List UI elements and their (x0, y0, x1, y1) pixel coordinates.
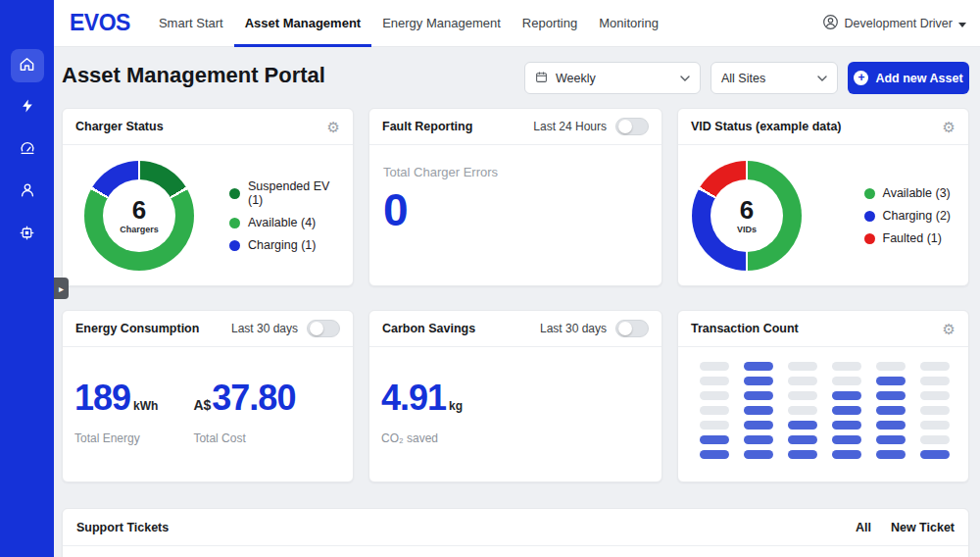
pill-active (876, 421, 906, 430)
sidebar-item-users[interactable] (11, 176, 44, 209)
pill-inactive (832, 377, 861, 385)
legend-dot (229, 240, 240, 251)
pill-active (744, 391, 773, 400)
transaction-count-chart (678, 347, 968, 459)
legend-item: Charging (1) (229, 238, 341, 252)
tab-monitoring[interactable]: Monitoring (588, 0, 669, 47)
pill-active (744, 421, 773, 430)
toggle-label: Last 30 days (540, 322, 607, 335)
legend-label: Charging (1) (248, 238, 316, 252)
period-select[interactable]: Weekly (524, 62, 701, 94)
pill-inactive (920, 391, 950, 400)
legend-item: Available (4) (229, 216, 341, 229)
donut-center: 6 Chargers (103, 179, 175, 252)
pill-inactive (788, 391, 817, 400)
energy-consumption-card: Energy Consumption Last 30 days 189 kWh … (62, 310, 354, 482)
home-icon (18, 55, 36, 77)
pill-inactive (700, 421, 729, 430)
pill-active (832, 406, 861, 415)
tab-asset-management[interactable]: Asset Management (234, 0, 371, 47)
tab-energy-management[interactable]: Energy Management (371, 0, 512, 47)
transaction-count-card: Transaction Count ⚙ (677, 310, 969, 482)
card-header: Transaction Count ⚙ (678, 311, 968, 347)
carbon-unit: kg (449, 399, 463, 413)
pill-row (700, 406, 968, 415)
pill-active (876, 391, 906, 400)
last-24-hours-toggle[interactable] (615, 118, 649, 135)
card-title: VID Status (example data) (691, 120, 842, 133)
account-menu[interactable]: Development Driver (822, 14, 966, 33)
gear-icon[interactable]: ⚙ (943, 120, 956, 134)
card-header: VID Status (example data) ⚙ (678, 109, 968, 145)
pill-row (700, 362, 968, 371)
donut-label: VIDs (737, 225, 757, 234)
support-filter-all[interactable]: All (856, 521, 871, 534)
last-30-days-toggle[interactable] (307, 320, 340, 337)
chevron-down-icon (680, 76, 690, 81)
calendar-icon (535, 71, 548, 86)
currency-prefix: A$ (193, 397, 211, 413)
energy-caption: Total Energy (74, 431, 158, 445)
pill-active (744, 406, 773, 415)
gear-icon[interactable]: ⚙ (327, 120, 340, 134)
add-new-asset-button[interactable]: + Add new Asset (848, 62, 969, 94)
sidebar-item-monitoring[interactable] (11, 133, 44, 167)
header-controls: Weekly All Sites + Add new Asset (524, 62, 969, 94)
sidebar-item-devices[interactable] (11, 218, 44, 251)
vid-status-card: VID Status (example data) ⚙ 6 VIDs Avail… (677, 108, 969, 286)
pill-inactive (700, 391, 729, 400)
pill-active (700, 450, 729, 459)
legend-dot (229, 188, 240, 199)
donut-value: 6 (132, 197, 146, 223)
card-title: Fault Reporting (382, 120, 472, 133)
add-new-asset-label: Add new Asset (875, 72, 962, 85)
carbon-savings-card: Carbon Savings Last 30 days 4.91 kg CO₂ … (368, 310, 662, 482)
donut-value: 6 (740, 197, 754, 223)
chart-legend: Suspended EV (1) Available (4) Charging … (229, 179, 341, 252)
energy-unit: kWh (133, 399, 158, 413)
caret-down-icon (958, 17, 966, 30)
vid-status-chart: 6 VIDs Available (3) Charging (2) Faulte… (678, 145, 968, 286)
legend-dot (864, 188, 875, 199)
pill-active (788, 421, 817, 430)
sidebar-item-energy[interactable] (11, 91, 44, 125)
pill-active (832, 421, 861, 430)
cost-value: 37.80 (212, 380, 295, 416)
pill-active (788, 450, 817, 459)
donut-chart: 6 VIDs (692, 161, 802, 271)
pill-inactive (876, 362, 906, 371)
pill-inactive (920, 377, 950, 385)
sidebar-expand-handle[interactable]: ▸ (54, 278, 69, 299)
carbon-caption: CO₂ saved (381, 431, 463, 445)
last-30-days-toggle[interactable] (615, 320, 649, 337)
sidebar-item-home[interactable] (11, 49, 44, 82)
new-ticket-button[interactable]: New Ticket (891, 521, 955, 534)
carbon-body: 4.91 kg CO₂ saved (369, 347, 662, 445)
gear-icon[interactable]: ⚙ (943, 322, 956, 336)
pill-active (832, 450, 861, 459)
support-tickets-card: Support Tickets All New Ticket (62, 508, 969, 557)
tab-smart-start[interactable]: Smart Start (148, 0, 234, 47)
fault-subtitle: Total Charger Errors (383, 165, 648, 179)
chip-icon (19, 225, 35, 245)
legend-dot (864, 233, 875, 244)
card-header: Energy Consumption Last 30 days (63, 311, 353, 347)
card-header: Support Tickets All New Ticket (63, 509, 968, 546)
energy-value: 189 (74, 380, 130, 416)
pill-inactive (832, 362, 861, 371)
sites-select[interactable]: All Sites (710, 62, 838, 94)
pill-inactive (920, 362, 950, 371)
pill-inactive (920, 435, 950, 444)
user-icon (19, 181, 36, 203)
pill-active (876, 435, 906, 444)
pill-active (920, 450, 950, 459)
tab-reporting[interactable]: Reporting (512, 0, 588, 47)
account-label: Development Driver (845, 17, 953, 30)
topbar: EVOS Smart Start Asset Management Energy… (54, 0, 980, 47)
period-select-value: Weekly (556, 72, 596, 85)
cost-caption: Total Cost (193, 431, 295, 445)
legend-item: Suspended EV (1) (229, 179, 341, 207)
pill-inactive (788, 362, 817, 371)
main-nav: Smart Start Asset Management Energy Mana… (148, 0, 669, 47)
sidebar (0, 0, 54, 557)
